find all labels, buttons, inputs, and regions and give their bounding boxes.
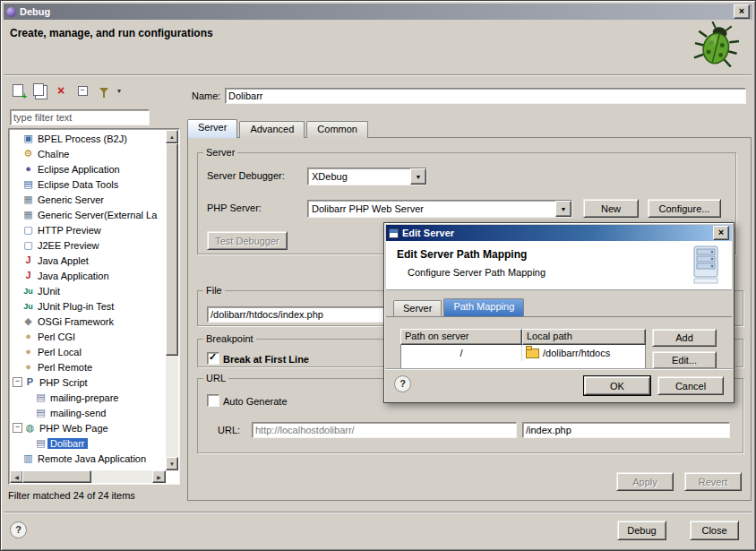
server-debugger-select[interactable]: XDebug ▼ [307, 168, 427, 185]
file-group-legend: File [203, 285, 225, 296]
collapse-all-icon[interactable]: − [74, 83, 90, 99]
collapse-icon[interactable]: − [13, 423, 22, 433]
tree-item-mailing-send[interactable]: mailing-send [11, 405, 166, 420]
configure-button[interactable]: Configure... [648, 199, 721, 218]
tree-item-php-web-page[interactable]: −PHP Web Page [11, 420, 166, 435]
column-local-path[interactable]: Local path [522, 329, 646, 345]
tree-item-bpel[interactable]: BPEL Process (B2J) [11, 131, 166, 146]
monitor-icon [21, 238, 35, 252]
scroll-down-icon[interactable]: ▼ [166, 457, 178, 470]
tree-item-dolibarr[interactable]: Dolibarr [11, 435, 166, 451]
tree-item-chaine[interactable]: Chaîne [11, 146, 166, 161]
tree-item-http-preview[interactable]: HTTP Preview [11, 222, 166, 237]
window-titlebar[interactable]: Debug × [4, 4, 752, 20]
help-icon[interactable]: ? [10, 521, 27, 538]
url-path-input[interactable] [522, 422, 730, 438]
tree-item-label: Eclipse Application [35, 164, 123, 175]
tree-item-eclipse-application[interactable]: Eclipse Application [11, 161, 166, 176]
edit-server-dialog: Edit Server × Edit Server Path Mapping C… [383, 222, 735, 403]
remote-java-icon [21, 452, 35, 465]
duplicate-configuration-icon[interactable] [31, 83, 47, 99]
check-icon: ✓ [209, 351, 217, 363]
ok-button[interactable]: OK [584, 376, 650, 395]
php-file-icon [34, 406, 47, 419]
tree-item-perl-local[interactable]: Perl Local [11, 344, 166, 359]
cancel-button[interactable]: Cancel [657, 376, 724, 395]
horizontal-scroll-thumb[interactable] [22, 470, 91, 483]
tree-horizontal-scrollbar[interactable]: ◀ ▶ [10, 470, 166, 483]
delete-configuration-icon[interactable]: × [53, 83, 69, 99]
funnel-glyph [99, 88, 108, 93]
add-mapping-button[interactable]: Add [652, 329, 717, 347]
dialog-titlebar[interactable]: Edit Server × [386, 225, 732, 241]
tree-item-generic-server[interactable]: Generic Server [11, 192, 166, 207]
perl-icon [21, 345, 35, 358]
auto-generate-label: Auto Generate [223, 396, 288, 407]
test-debugger-button[interactable]: Test Debugger [207, 231, 288, 250]
tab-common[interactable]: Common [306, 121, 368, 138]
new-server-button[interactable]: New [583, 199, 639, 218]
dropdown-icon[interactable]: ▼ [555, 201, 571, 217]
tree-item-j2ee-preview[interactable]: J2EE Preview [11, 237, 166, 253]
table-row[interactable]: / /dolibarr/htdocs [400, 345, 646, 361]
tree-item-label: Eclipse Data Tools [35, 179, 121, 190]
debug-button[interactable]: Debug [617, 521, 666, 540]
tree-item-perl-cgi[interactable]: Perl CGI [11, 329, 166, 344]
tree-item-php-script[interactable]: −PHP Script [11, 375, 166, 390]
tree-item-generic-server-external[interactable]: Generic Server(External La [11, 207, 166, 222]
tree-item-junit[interactable]: JUnit [11, 283, 166, 298]
edit-mapping-button[interactable]: Edit... [652, 351, 717, 369]
scroll-up-icon[interactable]: ▲ [166, 130, 178, 143]
column-path-on-server[interactable]: Path on server [400, 329, 522, 345]
close-button[interactable]: Close [690, 521, 739, 540]
php-icon [23, 375, 37, 389]
toolbar-dropdown-icon[interactable]: ▾ [117, 87, 121, 95]
tree-item-java-application[interactable]: Java Application [11, 268, 166, 283]
pages-glyph [33, 83, 44, 96]
dialog-subheading: Configure Server Path Mapping [408, 267, 546, 278]
tree-item-label: PHP Script [37, 377, 90, 388]
php-web-icon [23, 421, 37, 435]
name-input[interactable] [225, 88, 746, 104]
revert-button[interactable]: Revert [684, 472, 742, 491]
collapse-icon[interactable]: − [13, 377, 22, 387]
tree-item-osgi-framework[interactable]: OSGi Framework [11, 314, 166, 329]
url-label: URL: [218, 425, 240, 435]
url-base-input[interactable] [252, 422, 517, 438]
tree-item-junit-plugin-test[interactable]: JUnit Plug-in Test [11, 298, 166, 314]
tab-server[interactable]: Server [187, 119, 237, 138]
scroll-right-icon[interactable]: ▶ [152, 470, 166, 483]
dialog-header: Edit Server Path Mapping Configure Serve… [386, 241, 732, 290]
auto-generate-checkbox[interactable] [207, 394, 219, 407]
tree-item-label: Java Application [35, 271, 112, 281]
dialog-title: Edit Server [402, 228, 454, 238]
tree-item-java-applet[interactable]: Java Applet [11, 253, 166, 268]
dialog-tab-path-mapping[interactable]: Path Mapping [443, 298, 524, 316]
filter-icon[interactable] [96, 83, 112, 99]
server-icon [21, 193, 35, 206]
name-label: Name: [192, 90, 220, 101]
perl-icon [21, 330, 35, 343]
tree-item-perl-remote[interactable]: Perl Remote [11, 359, 166, 375]
vertical-scroll-thumb[interactable] [166, 143, 178, 356]
close-icon[interactable]: × [734, 4, 750, 19]
php-file-icon [34, 436, 47, 450]
new-configuration-icon[interactable] [10, 83, 26, 99]
scroll-left-icon[interactable]: ◀ [10, 470, 23, 483]
tree-item-mailing-prepare[interactable]: mailing-prepare [11, 390, 166, 405]
server-debugger-label: Server Debugger: [207, 170, 285, 181]
tab-advanced[interactable]: Advanced [239, 121, 305, 138]
dropdown-icon[interactable]: ▼ [410, 168, 426, 185]
php-server-select[interactable]: Dolibarr PHP Web Server ▼ [307, 200, 572, 218]
tree-item-eclipse-data-tools[interactable]: Eclipse Data Tools [11, 176, 166, 192]
database-icon [21, 177, 35, 191]
tree-item-label: Remote Java Application [35, 453, 149, 464]
dialog-tab-server[interactable]: Server [393, 300, 442, 316]
filter-input[interactable] [10, 109, 150, 125]
dialog-close-icon[interactable]: × [713, 226, 729, 240]
break-first-line-checkbox[interactable]: ✓ [207, 352, 219, 365]
tree-vertical-scrollbar[interactable]: ▲ ▼ [166, 130, 178, 470]
apply-button[interactable]: Apply [616, 472, 674, 491]
dialog-help-icon[interactable]: ? [394, 375, 411, 392]
tree-item-remote-java-application[interactable]: Remote Java Application [11, 451, 166, 466]
